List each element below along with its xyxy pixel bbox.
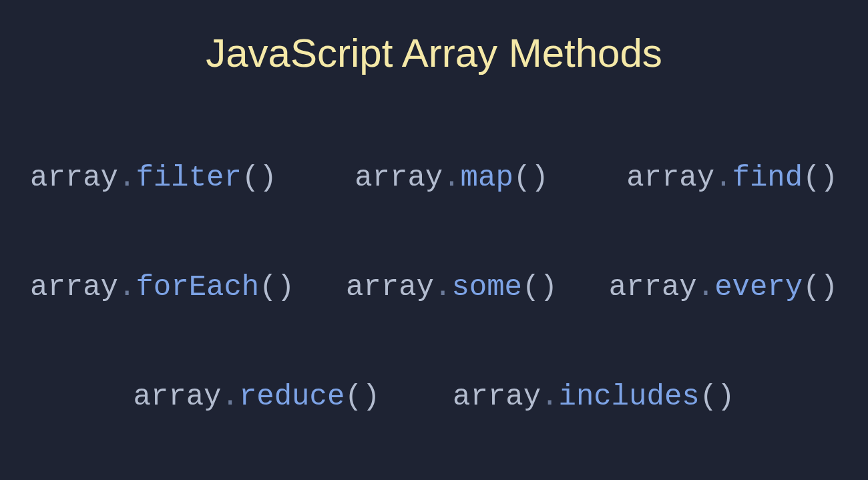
method-foreach: array.forEach(): [30, 272, 294, 302]
method-row-1: array.filter() array.map() array.find(): [30, 163, 838, 192]
dot-operator: .: [541, 380, 558, 413]
object-name: array: [453, 380, 541, 413]
function-name: filter: [136, 161, 241, 194]
method-includes: array.includes(): [453, 382, 734, 411]
object-name: array: [626, 161, 714, 194]
slide-title: JavaScript Array Methods: [0, 30, 868, 76]
object-name: array: [609, 270, 697, 304]
function-name: reduce: [239, 380, 345, 413]
function-name: forEach: [136, 270, 259, 304]
dot-operator: .: [118, 161, 136, 194]
parentheses: (): [259, 270, 294, 304]
method-row-3: array.reduce() array.includes(): [30, 382, 838, 411]
function-name: some: [451, 270, 522, 304]
parentheses: (): [803, 161, 838, 194]
method-filter: array.filter(): [30, 163, 277, 192]
function-name: find: [732, 161, 803, 194]
method-map: array.map(): [355, 163, 548, 192]
object-name: array: [30, 161, 118, 194]
method-every: array.every(): [609, 272, 838, 302]
dot-operator: .: [714, 161, 732, 194]
dot-operator: .: [221, 380, 238, 413]
method-find: array.find(): [626, 163, 838, 192]
object-name: array: [355, 161, 443, 194]
parentheses: (): [522, 270, 558, 304]
method-some: array.some(): [346, 272, 558, 302]
object-name: array: [346, 270, 434, 304]
function-name: map: [461, 161, 513, 194]
method-reduce: array.reduce(): [133, 382, 380, 411]
function-name: every: [714, 270, 803, 304]
slide-container: JavaScript Array Methods array.filter() …: [0, 0, 868, 480]
parentheses: (): [242, 161, 277, 194]
dot-operator: .: [434, 270, 451, 304]
methods-grid: array.filter() array.map() array.find() …: [0, 163, 868, 411]
parentheses: (): [513, 161, 549, 194]
object-name: array: [30, 270, 118, 304]
dot-operator: .: [118, 270, 136, 304]
parentheses: (): [803, 270, 838, 304]
function-name: includes: [558, 380, 699, 413]
dot-operator: .: [443, 161, 460, 194]
parentheses: (): [700, 380, 735, 413]
method-row-2: array.forEach() array.some() array.every…: [30, 272, 838, 302]
object-name: array: [133, 380, 221, 413]
dot-operator: .: [697, 270, 714, 304]
parentheses: (): [345, 380, 380, 413]
